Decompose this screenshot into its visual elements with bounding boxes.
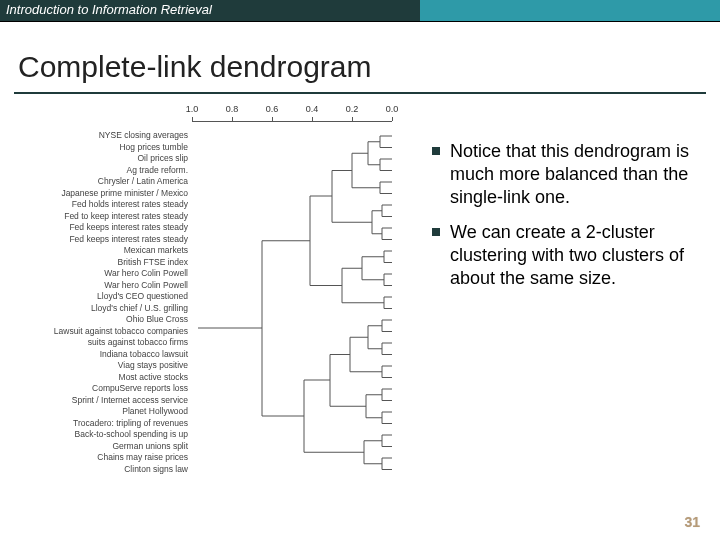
axis-tick: [352, 117, 353, 121]
dendrogram-leaf-label: Most active stocks: [8, 372, 188, 383]
dendrogram-leaf-label: Ohio Blue Cross: [8, 314, 188, 325]
dendrogram-leaf-label: War hero Colin Powell: [8, 280, 188, 291]
dendrogram-leaf-label: Lloyd's CEO questioned: [8, 291, 188, 302]
dendrogram-leaf-label: Trocadero: tripling of revenues: [8, 418, 188, 429]
dendrogram-leaf-label: British FTSE index: [8, 257, 188, 268]
dendrogram-leaf-label: CompuServe reports loss: [8, 383, 188, 394]
axis-tick: [232, 117, 233, 121]
dendrogram-leaf-label: Fed keeps interest rates steady: [8, 222, 188, 233]
dendrogram-leaf-label: Ag trade reform.: [8, 165, 188, 176]
dendrogram-leaf-label: Oil prices slip: [8, 153, 188, 164]
dendrogram-leaf-label: War hero Colin Powell: [8, 268, 188, 279]
page-number: 31: [684, 514, 700, 530]
axis-tick-label: 0.0: [386, 104, 399, 114]
dendrogram-leaf-label: Indiana tobacco lawsuit: [8, 349, 188, 360]
dendrogram-leaf-label: Lawsuit against tobacco companies: [8, 326, 188, 337]
bullet-item: Notice that this dendrogram is much more…: [432, 140, 696, 209]
axis-tick-label: 0.2: [346, 104, 359, 114]
dendrogram-body: NYSE closing averagesHog prices tumbleOi…: [14, 130, 414, 490]
axis-tick: [392, 117, 393, 121]
bullet-item: We can create a 2-cluster clustering wit…: [432, 221, 696, 290]
dendrogram-leaf-label: Planet Hollywood: [8, 406, 188, 417]
dendrogram-figure: 1.00.80.60.40.20.0 NYSE closing averages…: [14, 112, 414, 490]
axis-tick-label: 0.6: [266, 104, 279, 114]
dendrogram-leaf-label: Viag stays positive: [8, 360, 188, 371]
axis-tick-label: 0.4: [306, 104, 319, 114]
dendrogram-leaf-label: Japanese prime minister / Mexico: [8, 188, 188, 199]
course-header: Introduction to Information Retrieval: [0, 0, 420, 22]
dendrogram-leaf-label: suits against tobacco firms: [8, 337, 188, 348]
dendrogram-leaf-label: Fed to keep interest rates steady: [8, 211, 188, 222]
slide-title: Complete-link dendrogram: [0, 22, 720, 92]
axis-tick: [312, 117, 313, 121]
dendrogram-leaf-label: Hog prices tumble: [8, 142, 188, 153]
axis-tick-label: 0.8: [226, 104, 239, 114]
dendrogram-leaf-label: Back-to-school spending is up: [8, 429, 188, 440]
dendrogram-leaf-label: Fed keeps interest rates steady: [8, 234, 188, 245]
dendrogram-leaf-label: German unions split: [8, 441, 188, 452]
dendrogram-leaf-label: Chrysler / Latin America: [8, 176, 188, 187]
axis-tick-label: 1.0: [186, 104, 199, 114]
axis-tick: [192, 117, 193, 121]
header-accent: [420, 0, 720, 22]
dendrogram-axis: 1.00.80.60.40.20.0: [192, 112, 402, 130]
dendrogram-leaf-label: Sprint / Internet access service: [8, 395, 188, 406]
axis-tick: [272, 117, 273, 121]
dendrogram-leaf-label: Fed holds interest rates steady: [8, 199, 188, 210]
dendrogram-leaf-label: Lloyd's chief / U.S. grilling: [8, 303, 188, 314]
title-underline: [14, 92, 706, 94]
dendrogram-leaf-label: Clinton signs law: [8, 464, 188, 475]
bullet-list: Notice that this dendrogram is much more…: [414, 112, 706, 490]
dendrogram-leaf-label: NYSE closing averages: [8, 130, 188, 141]
dendrogram-leaf-label: Mexican markets: [8, 245, 188, 256]
dendrogram-leaf-label: Chains may raise prices: [8, 452, 188, 463]
